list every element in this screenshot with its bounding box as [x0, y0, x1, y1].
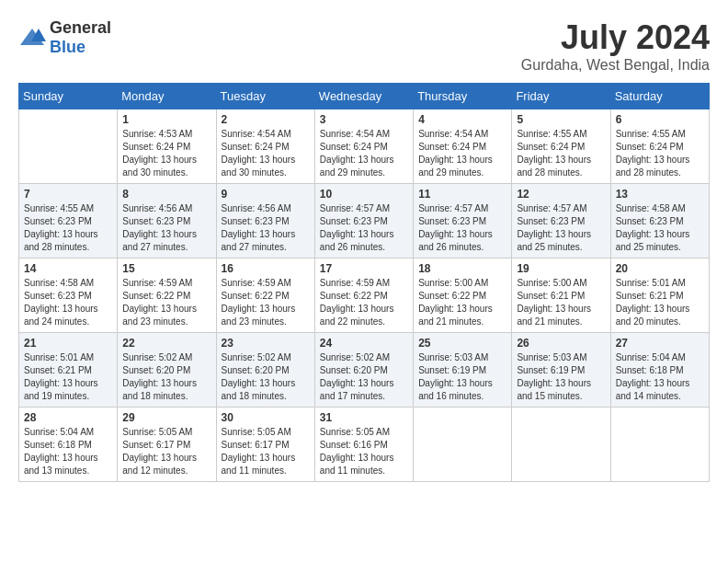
day-cell: 8Sunrise: 4:56 AM Sunset: 6:23 PM Daylig…	[118, 184, 216, 259]
day-cell	[610, 408, 709, 482]
day-cell: 22Sunrise: 5:02 AM Sunset: 6:20 PM Dayli…	[118, 333, 216, 408]
day-number: 8	[122, 188, 210, 201]
day-number: 30	[222, 411, 310, 424]
day-cell: 20Sunrise: 5:01 AM Sunset: 6:21 PM Dayli…	[610, 259, 709, 333]
week-row-3: 14Sunrise: 4:58 AM Sunset: 6:23 PM Dayli…	[19, 259, 710, 333]
day-number: 2	[222, 113, 310, 126]
day-number: 16	[222, 262, 310, 275]
day-cell: 6Sunrise: 4:55 AM Sunset: 6:24 PM Daylig…	[610, 109, 709, 184]
day-number: 22	[122, 337, 210, 350]
day-number: 14	[24, 262, 112, 275]
day-number: 10	[320, 188, 408, 201]
day-cell: 2Sunrise: 4:54 AM Sunset: 6:24 PM Daylig…	[216, 109, 314, 184]
day-cell: 21Sunrise: 5:01 AM Sunset: 6:21 PM Dayli…	[19, 333, 118, 408]
day-cell: 9Sunrise: 4:56 AM Sunset: 6:23 PM Daylig…	[216, 184, 314, 259]
day-info: Sunrise: 5:01 AM Sunset: 6:21 PM Dayligh…	[616, 277, 704, 328]
day-cell: 10Sunrise: 4:57 AM Sunset: 6:23 PM Dayli…	[314, 184, 413, 259]
day-cell: 24Sunrise: 5:02 AM Sunset: 6:20 PM Dayli…	[314, 333, 413, 408]
day-info: Sunrise: 4:58 AM Sunset: 6:23 PM Dayligh…	[24, 277, 112, 328]
day-info: Sunrise: 4:54 AM Sunset: 6:24 PM Dayligh…	[320, 128, 408, 179]
day-cell: 31Sunrise: 5:05 AM Sunset: 6:16 PM Dayli…	[314, 408, 413, 482]
month-year: July 2024	[521, 18, 710, 57]
day-info: Sunrise: 5:03 AM Sunset: 6:19 PM Dayligh…	[418, 351, 506, 403]
day-number: 13	[616, 188, 704, 201]
day-number: 9	[222, 188, 310, 201]
day-cell: 12Sunrise: 4:57 AM Sunset: 6:23 PM Dayli…	[512, 184, 610, 259]
day-cell: 26Sunrise: 5:03 AM Sunset: 6:19 PM Dayli…	[512, 333, 610, 408]
day-cell	[19, 109, 118, 184]
day-number: 18	[418, 262, 506, 275]
day-number: 28	[24, 411, 112, 424]
day-cell: 15Sunrise: 4:59 AM Sunset: 6:22 PM Dayli…	[118, 259, 216, 333]
day-info: Sunrise: 4:56 AM Sunset: 6:23 PM Dayligh…	[122, 202, 210, 254]
logo-general: General	[50, 18, 111, 37]
day-number: 1	[122, 113, 210, 126]
day-cell: 19Sunrise: 5:00 AM Sunset: 6:21 PM Dayli…	[512, 259, 610, 333]
weekday-header-tuesday: Tuesday	[216, 84, 314, 109]
day-cell: 23Sunrise: 5:02 AM Sunset: 6:20 PM Dayli…	[216, 333, 314, 408]
day-info: Sunrise: 4:53 AM Sunset: 6:24 PM Dayligh…	[122, 128, 210, 179]
day-number: 6	[616, 113, 704, 126]
day-info: Sunrise: 5:05 AM Sunset: 6:17 PM Dayligh…	[122, 426, 210, 477]
day-info: Sunrise: 5:00 AM Sunset: 6:21 PM Dayligh…	[517, 277, 605, 328]
day-number: 12	[517, 188, 605, 201]
day-number: 19	[517, 262, 605, 275]
day-cell	[414, 408, 512, 482]
day-cell: 17Sunrise: 4:59 AM Sunset: 6:22 PM Dayli…	[314, 259, 413, 333]
day-cell: 7Sunrise: 4:55 AM Sunset: 6:23 PM Daylig…	[19, 184, 118, 259]
day-info: Sunrise: 4:59 AM Sunset: 6:22 PM Dayligh…	[222, 277, 310, 328]
day-number: 4	[418, 113, 506, 126]
day-number: 11	[418, 188, 506, 201]
day-number: 5	[517, 113, 605, 126]
week-row-1: 1Sunrise: 4:53 AM Sunset: 6:24 PM Daylig…	[19, 109, 710, 184]
day-info: Sunrise: 4:57 AM Sunset: 6:23 PM Dayligh…	[517, 202, 605, 254]
weekday-header-friday: Friday	[512, 84, 610, 109]
day-info: Sunrise: 4:59 AM Sunset: 6:22 PM Dayligh…	[320, 277, 408, 328]
day-cell: 30Sunrise: 5:05 AM Sunset: 6:17 PM Dayli…	[216, 408, 314, 482]
day-number: 20	[616, 262, 704, 275]
day-cell: 28Sunrise: 5:04 AM Sunset: 6:18 PM Dayli…	[19, 408, 118, 482]
day-info: Sunrise: 5:04 AM Sunset: 6:18 PM Dayligh…	[24, 426, 112, 477]
day-cell	[512, 408, 610, 482]
day-number: 25	[418, 337, 506, 350]
day-cell: 13Sunrise: 4:58 AM Sunset: 6:23 PM Dayli…	[610, 184, 709, 259]
day-info: Sunrise: 4:59 AM Sunset: 6:22 PM Dayligh…	[122, 277, 210, 328]
weekday-header-sunday: Sunday	[19, 84, 118, 109]
logo-blue: Blue	[50, 38, 85, 56]
weekday-header-monday: Monday	[118, 84, 216, 109]
day-cell: 29Sunrise: 5:05 AM Sunset: 6:17 PM Dayli…	[118, 408, 216, 482]
day-number: 29	[122, 411, 210, 424]
day-number: 21	[24, 337, 112, 350]
day-info: Sunrise: 5:05 AM Sunset: 6:16 PM Dayligh…	[320, 426, 408, 477]
day-cell: 14Sunrise: 4:58 AM Sunset: 6:23 PM Dayli…	[19, 259, 118, 333]
day-info: Sunrise: 5:01 AM Sunset: 6:21 PM Dayligh…	[24, 351, 112, 403]
day-cell: 27Sunrise: 5:04 AM Sunset: 6:18 PM Dayli…	[610, 333, 709, 408]
logo-icon	[18, 27, 46, 49]
day-info: Sunrise: 4:55 AM Sunset: 6:24 PM Dayligh…	[517, 128, 605, 179]
day-cell: 16Sunrise: 4:59 AM Sunset: 6:22 PM Dayli…	[216, 259, 314, 333]
day-info: Sunrise: 4:58 AM Sunset: 6:23 PM Dayligh…	[616, 202, 704, 254]
day-number: 23	[222, 337, 310, 350]
day-cell: 5Sunrise: 4:55 AM Sunset: 6:24 PM Daylig…	[512, 109, 610, 184]
day-cell: 3Sunrise: 4:54 AM Sunset: 6:24 PM Daylig…	[314, 109, 413, 184]
day-info: Sunrise: 5:02 AM Sunset: 6:20 PM Dayligh…	[320, 351, 408, 403]
page-header: General Blue July 2024 Gurdaha, West Ben…	[18, 18, 710, 74]
title-block: July 2024 Gurdaha, West Bengal, India	[521, 18, 710, 74]
day-number: 7	[24, 188, 112, 201]
day-number: 15	[122, 262, 210, 275]
weekday-header-wednesday: Wednesday	[314, 84, 413, 109]
location: Gurdaha, West Bengal, India	[521, 57, 710, 74]
day-info: Sunrise: 4:57 AM Sunset: 6:23 PM Dayligh…	[320, 202, 408, 254]
week-row-4: 21Sunrise: 5:01 AM Sunset: 6:21 PM Dayli…	[19, 333, 710, 408]
day-info: Sunrise: 4:57 AM Sunset: 6:23 PM Dayligh…	[418, 202, 506, 254]
day-info: Sunrise: 5:05 AM Sunset: 6:17 PM Dayligh…	[222, 426, 310, 477]
day-cell: 18Sunrise: 5:00 AM Sunset: 6:22 PM Dayli…	[414, 259, 512, 333]
day-info: Sunrise: 4:54 AM Sunset: 6:24 PM Dayligh…	[222, 128, 310, 179]
calendar-table: SundayMondayTuesdayWednesdayThursdayFrid…	[18, 83, 710, 482]
day-number: 26	[517, 337, 605, 350]
day-info: Sunrise: 4:55 AM Sunset: 6:24 PM Dayligh…	[616, 128, 704, 179]
day-info: Sunrise: 5:03 AM Sunset: 6:19 PM Dayligh…	[517, 351, 605, 403]
weekday-header-thursday: Thursday	[414, 84, 512, 109]
logo: General Blue	[18, 18, 111, 57]
weekday-header-saturday: Saturday	[610, 84, 709, 109]
